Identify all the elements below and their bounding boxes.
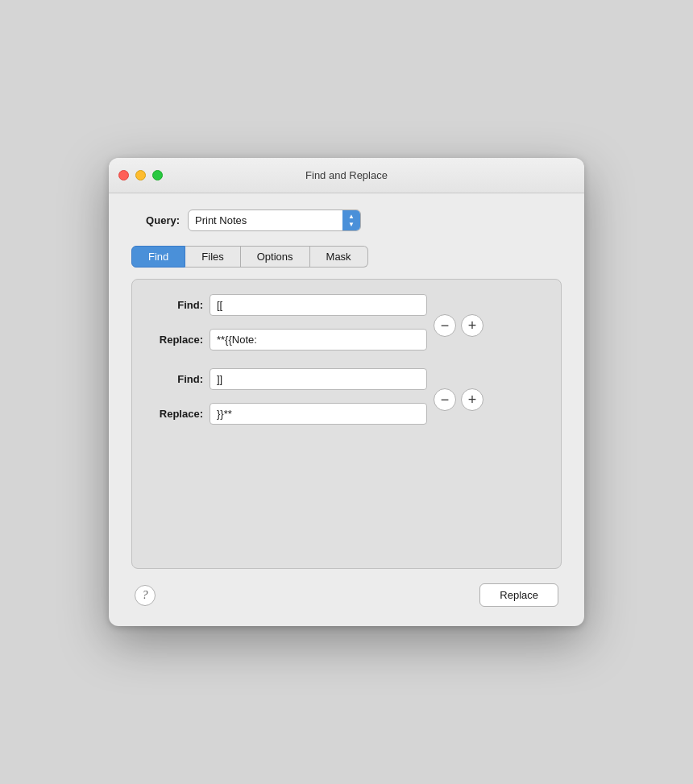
find-input-1[interactable] [210,294,427,316]
spacer [145,357,548,368]
add-pair-1-button[interactable]: + [461,314,483,337]
window-body: Query: Print Notes ▲ ▼ Find Files Option… [109,193,584,626]
replace-button[interactable]: Replace [479,583,558,607]
minimize-button[interactable] [135,170,146,180]
replace-input-1[interactable] [210,329,427,351]
pair-1: Find: Replace: − + [145,294,548,357]
query-arrow-down-icon: ▼ [348,221,355,229]
content-panel: Find: Replace: − + [131,279,562,569]
tab-options[interactable]: Options [241,246,310,268]
title-bar: Find and Replace [109,158,584,193]
pair-1-buttons: − + [434,314,483,337]
remove-pair-1-button[interactable]: − [434,314,456,337]
pair-2-buttons: − + [434,388,483,411]
query-stepper[interactable]: ▲ ▼ [342,210,360,230]
query-value: Print Notes [189,210,342,230]
query-select[interactable]: Print Notes ▲ ▼ [188,209,361,231]
tab-find[interactable]: Find [131,246,185,268]
replace-label-1: Replace: [145,334,203,346]
add-pair-2-button[interactable]: + [461,388,483,411]
close-button[interactable] [118,170,129,180]
replace-row-1: Replace: [145,329,427,351]
find-row-1: Find: [145,294,427,316]
find-input-2[interactable] [210,368,427,390]
replace-label-2: Replace: [145,408,203,420]
find-row-2: Find: [145,368,427,390]
remove-pair-2-button[interactable]: − [434,388,456,411]
pair-1-fields: Find: Replace: [145,294,427,357]
bottom-bar: ? Replace [131,583,562,607]
pair-2: Find: Replace: − + [145,368,548,431]
help-button[interactable]: ? [135,585,156,606]
tab-mask[interactable]: Mask [310,246,368,268]
query-arrow-up-icon: ▲ [348,213,355,221]
find-label-2: Find: [145,373,203,385]
find-label-1: Find: [145,299,203,311]
replace-input-2[interactable] [210,403,427,425]
maximize-button[interactable] [152,170,163,180]
traffic-lights [118,170,163,180]
query-label: Query: [131,214,180,226]
find-replace-window: Find and Replace Query: Print Notes ▲ ▼ … [109,158,584,626]
replace-row-2: Replace: [145,403,427,425]
pair-2-fields: Find: Replace: [145,368,427,431]
tab-files[interactable]: Files [185,246,240,268]
window-title: Find and Replace [305,169,388,181]
tabs-row: Find Files Options Mask [131,246,562,268]
query-row: Query: Print Notes ▲ ▼ [131,209,562,231]
